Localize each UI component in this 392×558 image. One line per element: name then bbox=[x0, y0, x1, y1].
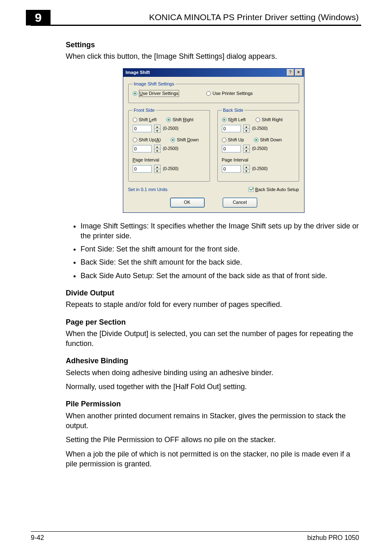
front-lr-range: (0-2500) bbox=[163, 126, 179, 131]
radio-icon bbox=[222, 118, 226, 122]
pile-permission-body-1: When another printed document remains in… bbox=[66, 411, 361, 431]
checkbox-icon bbox=[249, 187, 254, 192]
back-side-legend: Back Side bbox=[222, 107, 245, 113]
adhesive-binding-body-2: Normally, used together with the [Half F… bbox=[66, 382, 361, 392]
back-shift-right-radio[interactable]: Shift Right bbox=[256, 117, 283, 123]
page-header-title: KONICA MINOLTA PS Printer Driver setting… bbox=[31, 12, 359, 25]
bullet-item: Back Side Auto Setup: Set the amount of … bbox=[81, 271, 361, 281]
t: own bbox=[190, 137, 198, 142]
front-shift-right-radio[interactable]: Shift Right bbox=[166, 117, 194, 123]
spinner-up-icon[interactable]: ▲ bbox=[154, 165, 160, 169]
front-shift-up-radio[interactable]: Shift Up(A) bbox=[133, 137, 161, 143]
settings-intro: When click this button, the [Image Shift… bbox=[66, 51, 361, 61]
image-shift-settings-legend: Image Shift Settings bbox=[133, 81, 175, 87]
back-side-group: Back Side Shift Left Shift Right bbox=[217, 107, 299, 181]
front-lr-spinner[interactable]: ▲ ▼ bbox=[154, 125, 161, 133]
page-footer: 9-42 bizhub PRO 1050 bbox=[31, 531, 359, 542]
spinner-down-icon[interactable]: ▼ bbox=[154, 149, 160, 153]
radio-icon bbox=[222, 138, 226, 142]
back-auto-label: ack Side Auto Setup bbox=[258, 187, 299, 192]
ok-button[interactable]: OK bbox=[170, 198, 205, 208]
front-interval-value-input[interactable] bbox=[133, 165, 152, 173]
units-note: Set in 0.1 mm Units bbox=[128, 187, 168, 193]
spinner-down-icon[interactable]: ▼ bbox=[154, 169, 160, 173]
bullet-item: Image Shift Settings: It specifies wheth… bbox=[81, 221, 361, 241]
spinner-up-icon[interactable]: ▲ bbox=[244, 165, 249, 169]
front-shift-down-radio[interactable]: Shift Down bbox=[171, 137, 198, 143]
front-interval-range: (0-2500) bbox=[163, 166, 179, 172]
back-shift-right-label: Shift Right bbox=[262, 117, 283, 123]
chapter-number-badge: 9 bbox=[26, 10, 51, 25]
settings-heading: Settings bbox=[66, 40, 361, 50]
accel: R bbox=[183, 117, 186, 122]
t: Shift bbox=[139, 117, 149, 122]
back-interval-value-input[interactable] bbox=[222, 165, 241, 173]
front-side-legend: Front Side bbox=[133, 107, 156, 113]
radio-icon bbox=[254, 138, 258, 142]
dialog-title: Image Shift bbox=[126, 69, 150, 76]
t: Shift bbox=[173, 117, 183, 122]
front-lr-value-input[interactable] bbox=[133, 125, 152, 132]
bullet-item: Font Side: Set the shift amount for the … bbox=[81, 244, 361, 254]
back-lr-value-input[interactable] bbox=[222, 125, 241, 132]
bullet-item: Back Side: Set the shift amount for the … bbox=[81, 257, 361, 267]
spinner-down-icon[interactable]: ▼ bbox=[154, 129, 160, 133]
back-shift-up-radio[interactable]: Shift Up bbox=[222, 137, 244, 143]
back-shift-up-label: Shift Up bbox=[228, 137, 244, 143]
back-page-interval-label: Page Interval bbox=[222, 157, 295, 163]
radio-icon bbox=[133, 91, 137, 96]
t: Shift Up( bbox=[139, 137, 157, 142]
spinner-up-icon[interactable]: ▲ bbox=[244, 145, 249, 149]
accel: A bbox=[156, 137, 159, 142]
use-driver-label: se Driver Settings bbox=[143, 91, 178, 96]
radio-icon bbox=[206, 91, 211, 96]
front-ud-range: (0-2500) bbox=[163, 146, 179, 152]
pile-permission-heading: Pile Permission bbox=[66, 399, 361, 409]
back-ud-spinner[interactable]: ▲ ▼ bbox=[243, 145, 250, 153]
use-printer-settings-radio[interactable]: Use Printer Settings bbox=[206, 90, 253, 97]
t: ift Left bbox=[233, 117, 246, 122]
spinner-up-icon[interactable]: ▲ bbox=[154, 125, 160, 129]
dialog-titlebar[interactable]: Image Shift ? × bbox=[123, 69, 304, 77]
divide-output-heading: Divide Output bbox=[66, 288, 361, 298]
radio-icon bbox=[133, 118, 137, 122]
t: ) bbox=[159, 137, 161, 142]
front-ud-spinner[interactable]: ▲ ▼ bbox=[154, 145, 161, 153]
front-ud-value-input[interactable] bbox=[133, 145, 152, 152]
spinner-up-icon[interactable]: ▲ bbox=[244, 125, 249, 129]
image-shift-settings-group: Image Shift Settings Use Driver Settings… bbox=[128, 81, 299, 104]
back-shift-down-radio[interactable]: Shift Down bbox=[254, 137, 282, 143]
footer-page-number: 9-42 bbox=[31, 534, 44, 542]
accel: P bbox=[133, 157, 136, 162]
back-ud-range: (0-2500) bbox=[252, 146, 268, 152]
spinner-down-icon[interactable]: ▼ bbox=[244, 169, 249, 173]
front-page-interval-label: age Interval bbox=[136, 157, 159, 162]
radio-icon bbox=[256, 118, 260, 122]
back-side-auto-setup-checkbox[interactable]: Back Side Auto Setup bbox=[249, 187, 299, 193]
back-shift-down-label: Shift Down bbox=[260, 137, 282, 143]
spinner-down-icon[interactable]: ▼ bbox=[244, 129, 249, 133]
front-shift-left-radio[interactable]: Shift Left bbox=[133, 117, 157, 123]
back-shift-left-radio[interactable]: Shift Left bbox=[222, 117, 246, 123]
use-driver-settings-radio[interactable]: Use Driver Settings bbox=[133, 90, 180, 97]
pile-permission-body-2: Setting the Pile Permission to OFF allow… bbox=[66, 435, 361, 445]
radio-icon bbox=[166, 118, 171, 122]
front-interval-spinner[interactable]: ▲ ▼ bbox=[154, 165, 161, 173]
footer-product-name: bizhub PRO 1050 bbox=[307, 534, 359, 542]
use-printer-label: Use Printer Settings bbox=[212, 90, 253, 97]
adhesive-binding-heading: Adhesive Binding bbox=[66, 356, 361, 366]
back-interval-range: (0-2500) bbox=[252, 166, 268, 172]
back-ud-value-input[interactable] bbox=[222, 145, 241, 152]
dialog-help-button[interactable]: ? bbox=[287, 69, 294, 76]
page-per-section-body: When the [Divide Output] is selected, yo… bbox=[66, 329, 361, 349]
back-lr-spinner[interactable]: ▲ ▼ bbox=[243, 125, 250, 133]
cancel-button[interactable]: Cancel bbox=[223, 198, 257, 208]
adhesive-binding-body-1: Selects when doing adhesive binding usin… bbox=[66, 368, 361, 378]
pile-permission-body-3: When a job the pile of which is not perm… bbox=[66, 449, 361, 469]
spinner-down-icon[interactable]: ▼ bbox=[244, 149, 249, 153]
t: Shift bbox=[177, 137, 187, 142]
dialog-close-button[interactable]: × bbox=[295, 69, 302, 76]
spinner-up-icon[interactable]: ▲ bbox=[154, 145, 160, 149]
radio-icon bbox=[133, 138, 137, 142]
back-interval-spinner[interactable]: ▲ ▼ bbox=[243, 165, 250, 173]
